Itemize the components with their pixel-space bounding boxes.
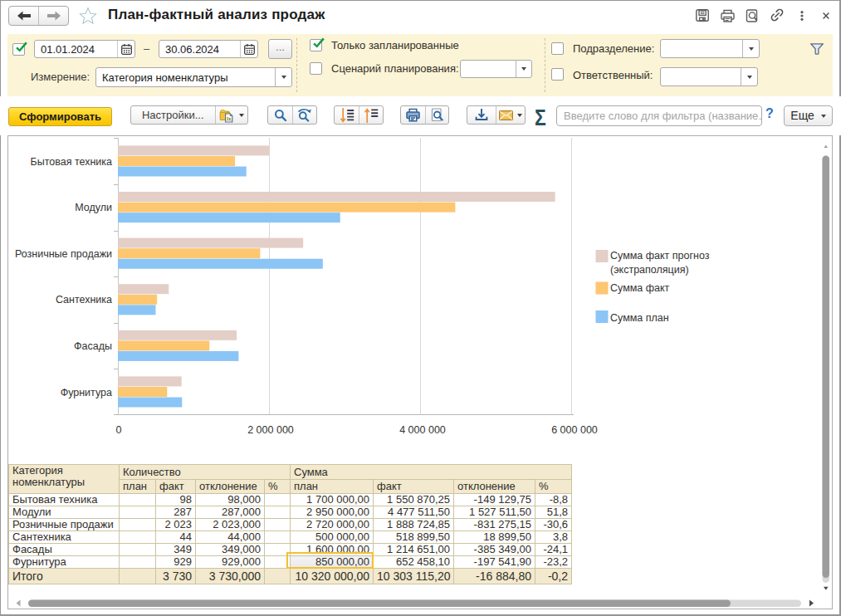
svg-text:Модули: Модули xyxy=(75,202,112,213)
svg-text:Сумма факт: Сумма факт xyxy=(610,282,670,294)
svg-text:2 000 000: 2 000 000 xyxy=(247,424,294,436)
svg-text:Фурнитура: Фурнитура xyxy=(61,387,112,398)
svg-text:0: 0 xyxy=(116,424,122,436)
svg-text:Сантехника: Сантехника xyxy=(56,294,112,306)
svg-text:Сумма план: Сумма план xyxy=(610,312,669,324)
svg-text:6 000 000: 6 000 000 xyxy=(551,424,598,436)
svg-text:Розничные продажи: Розничные продажи xyxy=(15,248,112,260)
svg-text:4 000 000: 4 000 000 xyxy=(399,424,446,436)
svg-text:Бытовая техника: Бытовая техника xyxy=(30,156,112,168)
svg-text:Сумма факт прогноз: Сумма факт прогноз xyxy=(610,250,710,262)
svg-text:Фасады: Фасады xyxy=(74,340,112,352)
svg-text:(экстраполяция): (экстраполяция) xyxy=(610,264,689,276)
